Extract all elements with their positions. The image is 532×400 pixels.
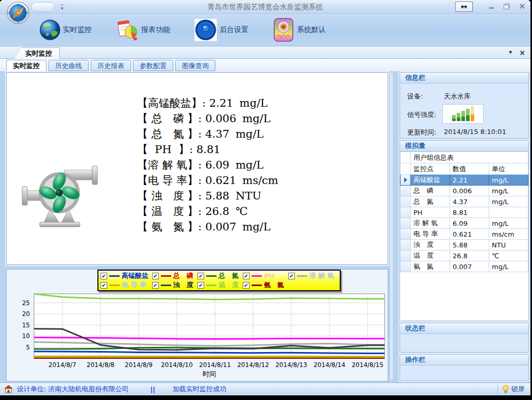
tab-list-dropdown-icon[interactable]: ▾: [509, 48, 512, 57]
legend-checkbox[interactable]: ✔: [288, 273, 295, 279]
tab-realtime-monitor[interactable]: 实时监控: [6, 60, 46, 71]
svg-text:W: W: [7, 11, 10, 14]
lock-screen-label: 锁屏: [511, 385, 525, 394]
document-tab-strip: 实时监控 ▾ ×: [0, 46, 530, 59]
reading-turbidity: 【 浊 度 】: 5.88NTU: [137, 188, 278, 204]
analog-panel-header[interactable]: 模拟量: [400, 141, 528, 152]
legend-label: 总 磷: [173, 271, 193, 280]
tab-history-curve[interactable]: 历史曲线: [48, 60, 89, 71]
close-button[interactable]: ×: [518, 3, 526, 10]
legend-checkbox[interactable]: ✔: [243, 282, 250, 289]
table-row-total-phosphorus[interactable]: 总 磷 0.006 mg/L: [401, 186, 528, 196]
svg-text:10: 10: [22, 332, 30, 340]
device-label: 设备:: [407, 92, 423, 101]
resize-toggle-button[interactable]: ↔: [455, 2, 473, 12]
table-row-total-nitrogen[interactable]: 总 氮 4.37 mg/L: [401, 196, 528, 207]
legend-line-swatch: [161, 275, 171, 277]
legend-label: PH: [264, 272, 274, 280]
table-row-temperature[interactable]: 温 度 26.8 ℃: [401, 251, 528, 261]
ribbon-button-reports[interactable]: 报表功能: [112, 18, 173, 42]
svg-text:2014/8/9: 2014/8/9: [125, 361, 153, 369]
table-row-conductivity[interactable]: 电 导 率 0.621 ms/cm: [401, 229, 528, 240]
tab-image-query[interactable]: 图像查询: [175, 60, 215, 71]
legend-line-swatch: [252, 285, 262, 286]
svg-text:2014/8/14: 2014/8/14: [313, 361, 345, 369]
row-selector-arrow-icon: [404, 177, 407, 182]
reading-conductivity: 【电 导 率】: 0.621ms/cm: [137, 173, 278, 188]
document-tab-realtime[interactable]: 实时监控: [14, 47, 60, 59]
compass-icon: N S W E: [6, 1, 30, 25]
backend-settings-icon: [194, 18, 218, 42]
trend-chart-panel: ✔高锰酸盐✔总 磷✔总 氮✔PH✔溶 解 氧✔电 导 率✔浊 度✔温 度✔氨 氮…: [6, 269, 388, 381]
legend-label: 电 导 率: [122, 280, 146, 290]
reading-temperature: 【 温 度 】: 26.8℃: [137, 204, 278, 219]
ribbon-button-realtime-monitor[interactable]: 实时监控: [36, 18, 95, 42]
legend-item[interactable]: ✔总 氮: [197, 271, 243, 280]
table-row-dissolved-oxygen[interactable]: 溶 解 氧 6.09 mg/L: [401, 218, 528, 229]
svg-text:2014/8/10: 2014/8/10: [161, 361, 193, 369]
tab-history-report[interactable]: 历史报表: [91, 60, 131, 71]
legend-item[interactable]: ✔氨 氮: [243, 280, 288, 290]
info-panel-header[interactable]: 信息栏: [400, 73, 528, 84]
legend-item[interactable]: ✔高锰酸盐: [101, 271, 152, 280]
main-content: 【高锰酸盐】: 2.21mg/L 【 总 磷 】: 0.006mg/L 【 总 …: [0, 71, 530, 382]
svg-text:5: 5: [26, 344, 30, 351]
legend-item[interactable]: ✔浊 度: [152, 280, 197, 290]
legend-label: 溶 解 氧: [309, 271, 334, 280]
table-row-ph[interactable]: PH 8.81: [401, 207, 528, 218]
column-header-unit[interactable]: 单位: [489, 163, 528, 175]
status-panel-header[interactable]: 状态栏: [400, 323, 528, 334]
minimize-button[interactable]: [487, 3, 495, 10]
svg-text:N: N: [17, 3, 19, 6]
legend-checkbox[interactable]: ✔: [197, 282, 204, 289]
column-header-point[interactable]: 监控点: [411, 163, 450, 175]
tab-close-icon[interactable]: ×: [519, 48, 525, 57]
column-header-value[interactable]: 数值: [450, 163, 489, 175]
reading-ammonia-nitrogen: 【 氨 氮 】: 0.007mg/L: [137, 219, 278, 235]
reading-total-nitrogen: 【 总 氮 】: 4.37mg/L: [137, 126, 278, 142]
ribbon-button-system-default[interactable]: 系统默认: [269, 16, 329, 43]
reading-total-phosphorus: 【 总 磷 】: 0.006mg/L: [137, 111, 278, 126]
legend-checkbox[interactable]: ✔: [152, 273, 159, 279]
info-panel: 信息栏 设备: 天水水库 信号强度: 更新时间: 2014/8/15 8:10:…: [400, 72, 529, 139]
system-default-icon: [272, 18, 295, 42]
legend-item[interactable]: ✔电 导 率: [101, 280, 152, 290]
ribbon-toolbar: 实时监控 报表功能: [0, 14, 530, 46]
status-separator: ||: [151, 386, 156, 393]
legend-checkbox[interactable]: ✔: [152, 282, 159, 289]
operation-panel-body: [400, 365, 528, 381]
legend-line-swatch: [109, 285, 120, 286]
svg-text:15: 15: [22, 322, 30, 329]
tab-parameter-config[interactable]: 参数配置: [133, 60, 173, 71]
reading-ph: 【 PH 】: 8.81: [137, 142, 278, 157]
legend-item[interactable]: ✔溶 解 氧: [288, 271, 334, 280]
legend-checkbox[interactable]: ✔: [197, 273, 204, 279]
svg-text:20: 20: [22, 310, 30, 318]
legend-item[interactable]: ✔温 度: [197, 280, 243, 290]
svg-text:2014/8/8: 2014/8/8: [87, 361, 114, 369]
legend-checkbox[interactable]: ✔: [101, 282, 107, 289]
table-header-row: 监控点 数值 单位: [401, 163, 528, 175]
reading-permanganate: 【高锰酸盐】: 2.21mg/L: [137, 95, 278, 111]
legend-item[interactable]: ✔PH: [243, 272, 288, 280]
table-row-turbidity[interactable]: 浊 度 5.88 NTU: [401, 240, 528, 251]
ribbon-button-backend-settings[interactable]: 后台设置: [191, 16, 252, 43]
legend-line-swatch: [161, 285, 171, 286]
table-row-permanganate[interactable]: 高锰酸盐 2.21 mg/L: [401, 175, 528, 186]
pump-icon: [21, 158, 99, 230]
legend-checkbox[interactable]: ✔: [101, 273, 107, 279]
svg-text:2014/8/15: 2014/8/15: [352, 361, 384, 369]
close-icon: ×: [519, 3, 525, 10]
legend-checkbox[interactable]: ✔: [243, 273, 250, 279]
user-group-table: 用户组信息表 监控点 数值 单位 高锰酸盐 2.21 mg/L: [400, 152, 528, 272]
legend-line-swatch: [206, 275, 217, 277]
lock-screen-button[interactable]: 锁屏: [497, 384, 529, 394]
table-row-ammonia-nitrogen[interactable]: 氨 氮 0.007 mg/L: [401, 261, 528, 272]
restore-button[interactable]: [503, 3, 511, 10]
operation-panel-header[interactable]: 操作栏: [400, 355, 528, 365]
app-menu-button[interactable]: N S W E: [6, 1, 30, 27]
vertical-splitter[interactable]: [390, 72, 394, 380]
home-icon: [4, 385, 13, 393]
legend-item[interactable]: ✔总 磷: [152, 271, 197, 280]
ribbon-button-label: 报表功能: [141, 25, 170, 35]
